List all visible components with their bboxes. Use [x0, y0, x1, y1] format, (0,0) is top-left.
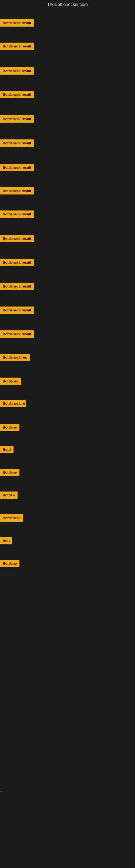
bottleneck-item-6: Bottleneck result: [0, 161, 34, 175]
site-title: TheBottlenecker.com: [0, 0, 135, 9]
bottleneck-item-11: Bottleneck result: [0, 280, 34, 294]
bottleneck-badge-21: Bottleneck: [0, 514, 23, 522]
bottleneck-badge-15: Bottlenec: [0, 378, 21, 385]
bottleneck-item-0: Bottleneck result: [0, 17, 34, 30]
bottleneck-badge-19: Bottlene: [0, 469, 19, 476]
bottleneck-item-3: Bottleneck result: [0, 88, 34, 102]
bottleneck-item-1: Bottleneck result: [0, 40, 34, 54]
bottleneck-item-21: Bottleneck: [0, 512, 23, 525]
bottleneck-badge-0: Bottleneck result: [0, 19, 34, 27]
bottleneck-badge-2: Bottleneck result: [0, 67, 34, 74]
bottleneck-badge-10: Bottleneck result: [0, 259, 34, 266]
bottleneck-badge-23: Bottlene: [0, 560, 19, 567]
bottleneck-item-17: Bottlene: [0, 421, 19, 435]
bottleneck-badge-17: Bottlene: [0, 424, 19, 431]
bottleneck-item-13: Bottleneck result: [0, 328, 34, 341]
bottleneck-badge-3: Bottleneck result: [0, 91, 34, 98]
bottleneck-item-14: Bottleneck res: [0, 351, 30, 365]
bottleneck-badge-22: Bott: [0, 537, 12, 545]
bottleneck-item-23: Bottlene: [0, 557, 19, 571]
bottleneck-badge-16: Bottleneck re: [0, 400, 26, 407]
bottleneck-badge-18: Bottl: [0, 446, 13, 453]
bottleneck-badge-5: Bottleneck result: [0, 140, 34, 147]
bottleneck-badge-4: Bottleneck result: [0, 115, 34, 123]
bottleneck-item-2: Bottleneck result: [0, 65, 34, 79]
bottleneck-item-10: Bottleneck result: [0, 256, 34, 270]
bottleneck-item-20: Bottlen: [0, 489, 17, 503]
tiny-label: s: [1, 790, 2, 793]
bottleneck-item-16: Bottleneck re: [0, 397, 26, 411]
bottleneck-item-7: Bottleneck result: [0, 184, 34, 198]
bottleneck-badge-12: Bottleneck result: [0, 307, 34, 314]
bottleneck-badge-6: Bottleneck result: [0, 164, 34, 171]
bottleneck-badge-1: Bottleneck result: [0, 42, 34, 50]
bottleneck-badge-14: Bottleneck res: [0, 354, 30, 361]
bottleneck-item-9: Bottleneck result: [0, 232, 34, 246]
bottleneck-item-4: Bottleneck result: [0, 113, 34, 126]
bottleneck-badge-11: Bottleneck result: [0, 283, 34, 290]
bottleneck-badge-8: Bottleneck result: [0, 211, 34, 218]
bottleneck-item-18: Bottl: [0, 443, 13, 457]
bottleneck-item-8: Bottleneck result: [0, 208, 34, 222]
bottleneck-item-12: Bottleneck result: [0, 304, 34, 318]
bottleneck-item-5: Bottleneck result: [0, 137, 34, 151]
bottleneck-badge-9: Bottleneck result: [0, 235, 34, 242]
bottleneck-badge-13: Bottleneck result: [0, 330, 34, 338]
bottleneck-badge-20: Bottlen: [0, 492, 17, 499]
bottleneck-item-22: Bott: [0, 534, 12, 548]
bottleneck-item-15: Bottlenec: [0, 375, 21, 389]
bottleneck-badge-7: Bottleneck result: [0, 187, 34, 194]
bottleneck-item-19: Bottlene: [0, 466, 19, 480]
site-header: TheBottlenecker.com: [0, 0, 135, 9]
